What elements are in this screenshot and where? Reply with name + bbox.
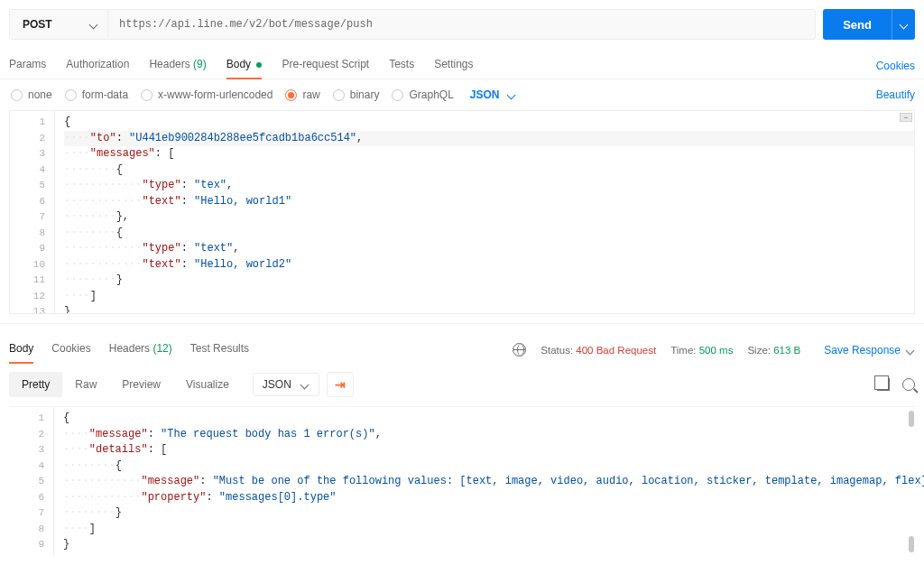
time-value: 500 ms (699, 345, 734, 356)
size-value: 613 B (773, 345, 800, 356)
send-button[interactable]: Send (823, 9, 892, 40)
headers-count: (9) (193, 58, 207, 70)
response-view-tabs: Pretty Raw Preview Visualize (9, 372, 242, 397)
body-type-none[interactable]: none (11, 88, 52, 101)
view-tab-visualize[interactable]: Visualize (173, 372, 242, 397)
wrap-icon: ⇥ (335, 377, 346, 392)
http-method-value: POST (23, 18, 52, 31)
status-group: Status: 400 Bad Request (541, 345, 656, 356)
scrollbar-thumb-top[interactable] (909, 411, 914, 427)
body-modified-dot-icon (256, 62, 262, 68)
radio-icon (333, 89, 345, 101)
radio-icon (285, 89, 297, 101)
search-response-icon[interactable] (902, 378, 915, 391)
response-tab-cookies[interactable]: Cookies (51, 337, 90, 363)
radio-icon (65, 89, 77, 101)
response-language-value: JSON (263, 378, 291, 391)
status-value: 400 Bad Request (576, 345, 656, 356)
tab-body-label: Body (226, 58, 251, 70)
tab-prerequest[interactable]: Pre-request Script (282, 52, 369, 79)
response-headers-count: (12) (152, 342, 171, 355)
copy-response-icon[interactable] (877, 378, 890, 391)
response-tab-headers-label: Headers (109, 342, 150, 355)
tab-headers-label: Headers (149, 58, 189, 70)
body-type-graphql[interactable]: GraphQL (392, 88, 453, 101)
tab-authorization[interactable]: Authorization (66, 52, 129, 79)
status-label: Status: (541, 345, 573, 356)
body-type-xwww[interactable]: x-www-form-urlencoded (141, 88, 273, 101)
tab-body[interactable]: Body (226, 52, 263, 79)
tab-settings[interactable]: Settings (434, 52, 473, 79)
body-type-raw-label: raw (302, 88, 319, 101)
chevron-down-icon (507, 90, 516, 99)
fold-indicator-icon: − (900, 113, 912, 122)
view-tab-pretty[interactable]: Pretty (9, 372, 62, 397)
send-dropdown[interactable] (892, 9, 915, 40)
wrap-lines-button[interactable]: ⇥ (327, 372, 354, 397)
body-type-none-label: none (28, 88, 52, 101)
response-gutter: 123456789 (9, 407, 54, 556)
editor-content: {····"to": "U441eb900284b288ee5fcadb1ba6… (55, 111, 914, 314)
response-tab-body[interactable]: Body (9, 337, 33, 363)
body-type-xwww-label: x-www-form-urlencoded (158, 88, 273, 101)
body-type-binary[interactable]: binary (333, 88, 380, 101)
raw-language-value: JSON (470, 88, 500, 101)
http-method-select[interactable]: POST (9, 9, 108, 40)
response-tab-test-results[interactable]: Test Results (190, 337, 249, 363)
chevron-down-icon (906, 346, 915, 355)
tab-headers[interactable]: Headers (9) (149, 52, 206, 79)
tab-params[interactable]: Params (9, 52, 46, 79)
body-type-graphql-label: GraphQL (409, 88, 453, 101)
response-body-viewer[interactable]: 123456789 {····"message": "The request b… (9, 406, 915, 556)
raw-language-select[interactable]: JSON (470, 88, 516, 101)
chevron-down-icon (900, 20, 909, 29)
radio-icon (141, 89, 152, 101)
network-icon[interactable] (513, 343, 526, 357)
scrollbar-thumb-bottom[interactable] (909, 536, 914, 552)
view-tab-raw[interactable]: Raw (62, 372, 109, 397)
radio-icon (392, 89, 403, 101)
body-type-formdata-label: form-data (82, 88, 128, 101)
save-response-button[interactable]: Save Response (824, 344, 915, 357)
url-input[interactable]: https://api.line.me/v2/bot/message/push (108, 9, 816, 40)
radio-icon (11, 89, 23, 101)
chevron-down-icon (300, 380, 310, 389)
save-response-label: Save Response (824, 344, 901, 357)
body-type-raw[interactable]: raw (285, 88, 319, 101)
time-group: Time: 500 ms (670, 345, 733, 356)
response-tab-headers[interactable]: Headers (12) (109, 337, 172, 363)
response-language-select[interactable]: JSON (253, 373, 319, 396)
tab-tests[interactable]: Tests (389, 52, 414, 79)
cookies-link[interactable]: Cookies (876, 60, 915, 72)
beautify-button[interactable]: Beautify (876, 88, 915, 101)
time-label: Time: (670, 345, 696, 356)
url-value: https://api.line.me/v2/bot/message/push (119, 18, 373, 31)
view-tab-preview[interactable]: Preview (109, 372, 173, 397)
response-content: {····"message": "The request body has 1 … (54, 407, 915, 553)
request-body-editor[interactable]: − 12345678910111213 {····"to": "U441eb90… (9, 110, 915, 314)
body-type-binary-label: binary (350, 88, 380, 101)
size-label: Size: (747, 345, 771, 356)
size-group: Size: 613 B (747, 345, 800, 356)
editor-gutter: 12345678910111213 (10, 111, 55, 313)
chevron-down-icon (89, 20, 98, 29)
body-type-formdata[interactable]: form-data (65, 88, 128, 101)
